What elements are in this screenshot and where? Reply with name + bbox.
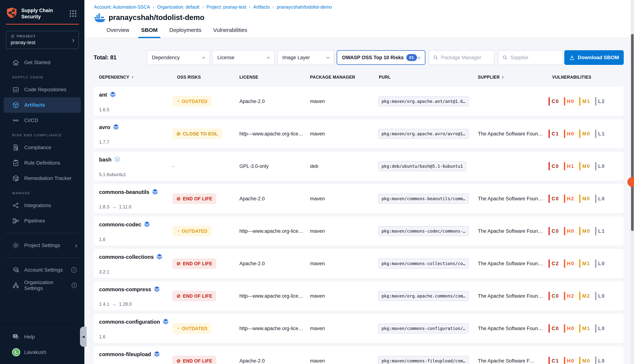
table-row-avro[interactable]: avro1.7.7⊘CLOSE TO EOLhttp---www.apache.…: [94, 119, 624, 148]
license-filter-dropdown[interactable]: License: [212, 50, 275, 65]
purl-value[interactable]: pkg:maven/org.apache.ant/ant@1.6…: [378, 96, 469, 106]
nav-section-supply-chain: SUPPLY CHAIN: [0, 70, 84, 82]
oss-risk-cell: ⊘END OF LIFE: [172, 356, 216, 364]
info-icon: i: [71, 267, 77, 273]
sidebar-item-code-repositories[interactable]: Code Repositories: [0, 82, 84, 97]
sidebar-item-help[interactable]: ? Help: [0, 329, 84, 344]
purl-value[interactable]: pkg:maven/commons-collections/co…: [378, 258, 469, 268]
supplier-search-input[interactable]: [510, 55, 559, 60]
package-manager-search-input[interactable]: [441, 55, 490, 60]
vuln-count-m: M0: [579, 194, 590, 203]
package-manager-cell: maven: [310, 196, 325, 202]
purl-value[interactable]: pkg:maven/org.apache.commons/com…: [378, 291, 469, 301]
breadcrumb-link-account-automation-ssca[interactable]: Account: Automation-SSCA: [94, 4, 150, 10]
vulnerabilities-cell: C0H1M0L0: [548, 162, 605, 170]
sidebar-collapse-handle[interactable]: ◀: [80, 326, 87, 347]
vuln-count-c: C1: [548, 357, 559, 364]
column-header-supplier[interactable]: SUPPLIER▲▼: [478, 75, 504, 80]
sidebar-item-compliance[interactable]: Compliance: [0, 140, 84, 155]
project-selector[interactable]: PROJECT pranay-test ›: [6, 31, 79, 49]
total-count: Total: 81: [94, 54, 117, 61]
layers-icon: [162, 318, 169, 326]
oss-risk-cell: ⊘CLOSE TO EOL: [172, 128, 222, 139]
sidebar-settings: Project Settings›Account SettingsiOrgani…: [0, 228, 84, 293]
vuln-count-l: L0: [595, 194, 605, 203]
slash-circle-icon: ⊘: [176, 132, 181, 136]
table-row-commons-collections[interactable]: commons-collections3.2.1⊘END OF LIFEApac…: [94, 249, 624, 278]
vuln-count-m: M1: [579, 324, 590, 333]
sidebar-item-pipelines[interactable]: Pipelines: [0, 213, 84, 228]
table-row-ant[interactable]: ant1.6.5◔OUTDATEDApache-2.0mavenpkg:mave…: [94, 87, 624, 116]
table-row-commons-configuration[interactable]: commons-configuration1.6◔OUTDATEDhttp---…: [94, 314, 624, 343]
package-manager-cell: maven: [310, 131, 325, 137]
image-layer-filter-dropdown[interactable]: Image Layer: [277, 50, 334, 65]
layers-icon: [156, 253, 163, 261]
sidebar-divider: [6, 258, 79, 258]
user-menu[interactable]: L Lavakush: [0, 344, 84, 360]
vuln-count-c: C0: [548, 162, 559, 170]
purl-cell: pkg:deb/ubuntu/bash@5.1-6ubuntu1: [378, 161, 466, 171]
vuln-count-l: L0: [595, 292, 605, 300]
sidebar-item-project-settings[interactable]: Project Settings›: [0, 238, 84, 253]
breadcrumb-link-pranaycshah-todolist-demo[interactable]: pranaycshah/todolist-demo: [277, 4, 332, 10]
table-row-bash[interactable]: bash5.1-6ubuntu1-GPL-3.0-onlydebpkg:deb/…: [94, 152, 624, 181]
dependency-filter-dropdown[interactable]: Dependency: [147, 50, 210, 65]
license-cell: Apache-2.0: [239, 358, 304, 364]
tab-bar: OverviewSBOMDeploymentsVulnerabilities: [84, 22, 634, 38]
vuln-count-c: C2: [548, 259, 559, 268]
license-cell: http---www.apache.org-lice…: [239, 228, 304, 234]
purl-cell: pkg:maven/org.apache.ant/ant@1.6…: [378, 96, 469, 106]
tab-vulnerabilities[interactable]: Vulnerabilities: [213, 27, 247, 38]
oss-risk-cell: ◔OUTDATED: [172, 226, 211, 236]
info-icon: i: [72, 282, 77, 288]
purl-value[interactable]: pkg:maven/org.apache.avro/avro@1…: [378, 129, 469, 139]
sidebar-item-get-started[interactable]: Get Started: [0, 55, 84, 70]
module-grid-icon[interactable]: [70, 10, 76, 17]
supplier-search: [498, 50, 563, 65]
supplier-cell: The Apache Software Foun…: [478, 293, 546, 299]
oss-risk-cell: ⊘END OF LIFE: [172, 258, 216, 269]
table-row-commons-fileupload[interactable]: commons-fileupload⊘END OF LIFEApache-2.0…: [94, 346, 624, 364]
tab-deployments[interactable]: Deployments: [169, 27, 201, 38]
purl-value[interactable]: pkg:deb/ubuntu/bash@5.1-6ubuntu1: [378, 161, 466, 171]
table-row-commons-compress[interactable]: commons-compress1.4.1→1.28.0⊘END OF LIFE…: [94, 281, 624, 311]
vuln-count-m: M1: [579, 259, 590, 268]
table-row-commons-beanutils[interactable]: commons-beanutils1.8.3→1.11.0⊘END OF LIF…: [94, 184, 624, 213]
sidebar-item-remediation-tracker[interactable]: Remediation Tracker: [0, 171, 84, 186]
tab-sbom[interactable]: SBOM: [141, 27, 158, 38]
owasp-risks-filter-dropdown[interactable]: OWASP OSS Top 10 Risks 01: [337, 50, 425, 65]
breadcrumb-link-organization-default[interactable]: Organization: default: [157, 4, 199, 10]
sidebar-item-integrations[interactable]: Integrations: [0, 198, 84, 213]
dependency-version: 1.8.3→1.11.0: [99, 204, 131, 210]
vuln-count-m: M0: [579, 130, 590, 138]
app-root: Supply Chain Security PROJECT pranay-tes…: [0, 0, 634, 364]
purl-value[interactable]: pkg:maven/commons-codec/commons-…: [378, 226, 469, 236]
sidebar-item-account-settings[interactable]: Account Settingsi: [0, 262, 84, 278]
download-sbom-button[interactable]: Download SBOM: [564, 50, 624, 65]
sidebar-item-ci-cd[interactable]: CI/CD: [0, 113, 84, 128]
table-row-commons-codec[interactable]: commons-codec1.6◔OUTDATEDhttp---www.apac…: [94, 216, 624, 246]
supplier-cell: The Apache Software Foun…: [478, 261, 546, 266]
breadcrumb-link-artifacts[interactable]: Artifacts: [253, 4, 270, 10]
column-header-purl: PURL: [379, 75, 391, 80]
chevron-right-icon: ›: [72, 36, 75, 44]
dependency-version: 5.1-6ubuntu1: [99, 172, 126, 177]
purl-cell: pkg:maven/commons-configuration/…: [378, 324, 469, 334]
chevron-down-icon: [417, 55, 421, 59]
purl-value[interactable]: pkg:maven/commons-fileupload/com…: [378, 356, 469, 364]
column-header-dependency[interactable]: DEPENDENCY▼: [99, 75, 134, 80]
sidebar-item-organization-settings[interactable]: Organization Settingsi: [0, 278, 84, 293]
purl-value[interactable]: pkg:maven/commons-configuration/…: [378, 324, 469, 334]
license-cell: Apache-2.0: [239, 98, 304, 104]
tab-overview[interactable]: Overview: [106, 27, 129, 38]
scrollbar-thumb[interactable]: [631, 34, 634, 231]
breadcrumb-link-project-pranay-test[interactable]: Project: pranay-test: [206, 4, 246, 10]
sidebar-item-artifacts[interactable]: Artifacts: [4, 97, 81, 113]
sidebar-item-rule-definitions[interactable]: Rule Definitions: [0, 155, 84, 171]
oss-risk-cell: -: [172, 164, 174, 169]
vuln-count-c: C0: [548, 227, 559, 235]
purl-cell: pkg:maven/commons-codec/commons-…: [378, 226, 469, 236]
purl-value[interactable]: pkg:maven/commons-beanutils/comm…: [378, 194, 469, 204]
avatar: L: [12, 348, 20, 356]
dependency-name: commons-beanutils: [99, 188, 158, 196]
